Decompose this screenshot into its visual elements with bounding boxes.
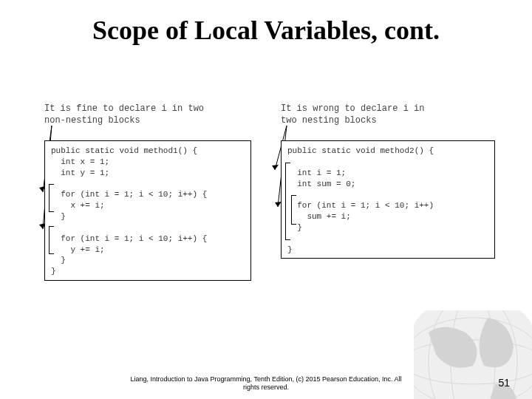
caption-left: It is fine to declare i in two non-nesti…: [44, 103, 204, 126]
page-title: Scope of Local Variables, cont.: [0, 0, 532, 46]
bracket-right-outer: [285, 163, 286, 240]
bracket-left-loop2: [49, 226, 50, 254]
bracket-right-inner: [291, 195, 292, 225]
codebox-right: public static void method2() { int i = 1…: [281, 140, 495, 259]
slide: Scope of Local Variables, cont. It is fi…: [0, 0, 532, 399]
svg-marker-5: [272, 165, 279, 170]
footer-text: Liang, Introduction to Java Programming,…: [0, 375, 532, 392]
bracket-left-loop1: [49, 184, 50, 212]
codebox-left: public static void method1() { int x = 1…: [44, 140, 251, 281]
page-number: 51: [498, 377, 510, 389]
caption-right: It is wrong to declare i in two nesting …: [281, 103, 424, 126]
